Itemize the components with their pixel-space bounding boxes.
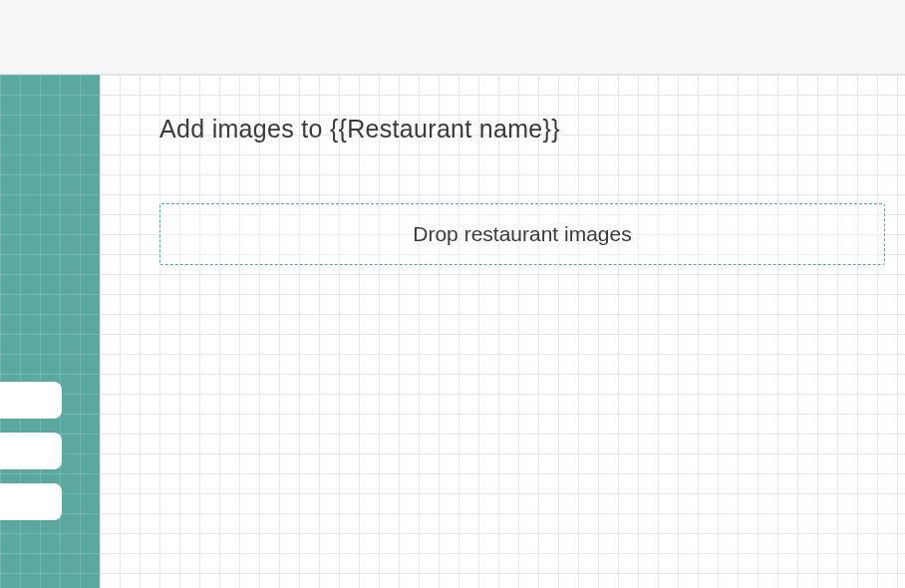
top-bar <box>0 0 905 74</box>
canvas-area: Add images to {{Restaurant name}} Drop r… <box>0 74 905 588</box>
content-area: Add images to {{Restaurant name}} Drop r… <box>159 115 885 265</box>
sidebar-item[interactable] <box>0 483 62 520</box>
image-dropzone[interactable]: Drop restaurant images <box>159 203 885 265</box>
sidebar-item[interactable] <box>0 433 62 469</box>
sidebar-item[interactable] <box>0 382 62 419</box>
page-title: Add images to {{Restaurant name}} <box>159 115 885 144</box>
sidebar-panel <box>0 75 100 588</box>
sidebar-items <box>0 382 62 520</box>
